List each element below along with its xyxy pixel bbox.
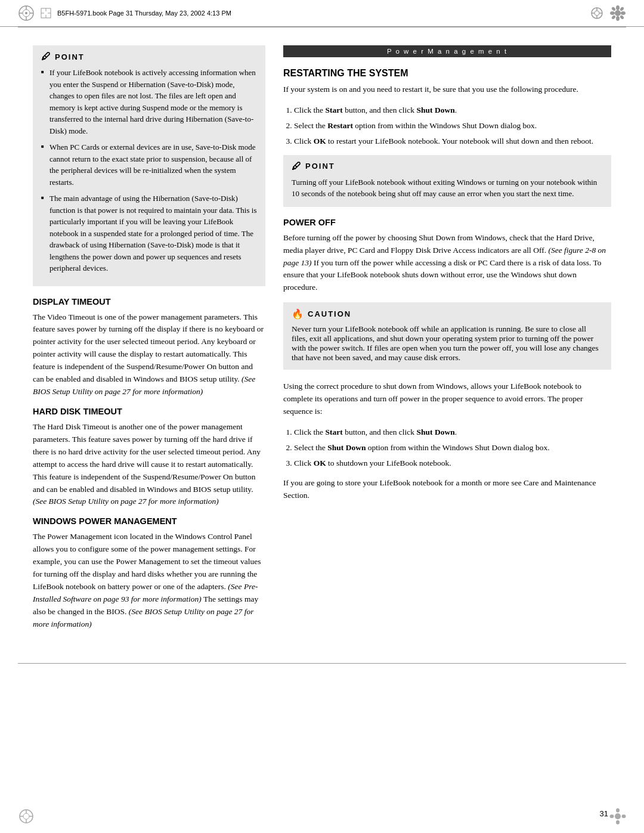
point-body-2: Turning off your LifeBook notebook witho…: [292, 176, 603, 200]
point-list-1: If your LifeBook notebook is actively ac…: [41, 67, 257, 274]
point-header-2: 🖊 POINT: [292, 161, 603, 172]
target-icon-topright: [590, 7, 603, 20]
power-off-steps: Click the Start button, and then click S…: [283, 426, 611, 470]
point-icon-2: 🖊: [292, 161, 302, 172]
windows-power-management-body: The Power Management icon located in the…: [33, 531, 265, 630]
point-title-1: POINT: [55, 52, 85, 61]
bottom-left-icon: [18, 808, 35, 825]
svg-point-26: [620, 15, 624, 20]
svg-point-22: [621, 11, 626, 15]
caution-icon: 🔥: [292, 308, 304, 320]
svg-point-6: [25, 12, 27, 14]
svg-point-18: [615, 10, 621, 16]
poweroff-step-2: Select the Shut Down option from within …: [294, 442, 611, 454]
hard-disk-timeout-body: The Hard Disk Timeout is another one of …: [33, 421, 265, 508]
display-timeout-title: DISPLAY TIMEOUT: [33, 297, 265, 306]
caution-box: 🔥 CAUTION Never turn your LifeBook noteb…: [283, 302, 611, 370]
point-box-2: 🖊 POINT Turning off your LifeBook notebo…: [283, 155, 611, 207]
section-header-bar: P o w e r M a n a g e m e n t: [283, 45, 611, 57]
display-timeout-body: The Video Timeout is one of the power ma…: [33, 311, 265, 398]
svg-point-24: [620, 7, 624, 11]
point-box-1: 🖊 POINT If your LifeBook notebook is act…: [33, 45, 265, 286]
svg-point-35: [616, 820, 620, 825]
bottom-right-corner: [609, 808, 626, 827]
caution-body: Never turn your LifeBook notebook off wh…: [292, 324, 603, 363]
restart-step-2: Select the Restart option from within th…: [294, 120, 611, 132]
svg-point-34: [616, 809, 620, 813]
restarting-intro: If your system is on and you need to res…: [283, 83, 611, 96]
right-column: P o w e r M a n a g e m e n t RESTARTING…: [283, 45, 611, 639]
restart-step-3: Click OK to restart your LifeBook notebo…: [294, 135, 611, 148]
caution-header: 🔥 CAUTION: [292, 308, 603, 320]
poweroff-step-3: Click OK to shutdown your LifeBook noteb…: [294, 457, 611, 470]
svg-point-21: [610, 11, 615, 15]
svg-point-37: [622, 815, 626, 818]
svg-point-25: [611, 15, 616, 20]
top-divider: [18, 27, 626, 27]
bottom-divider: [18, 663, 626, 664]
power-off-continued-intro: Using the correct procedure to shut down…: [283, 380, 611, 418]
restart-step-1: Click the Start button, and then click S…: [294, 104, 611, 117]
left-column: 🖊 POINT If your LifeBook notebook is act…: [33, 45, 265, 639]
caution-title: CAUTION: [308, 309, 351, 318]
page-number: 31: [600, 809, 608, 818]
power-off-footer: If you are going to store your LifeBook …: [283, 477, 611, 502]
bottom-left-corner: [18, 808, 35, 827]
top-header: B5FH-5971.book Page 31 Thursday, May 23,…: [0, 0, 644, 27]
point-item-1-2: When PC Cards or external devices are in…: [41, 141, 257, 188]
power-off-body: Before turning off the power by choosing…: [283, 232, 611, 295]
main-content: 🖊 POINT If your LifeBook notebook is act…: [0, 33, 644, 663]
svg-point-33: [615, 813, 621, 819]
svg-point-28: [23, 813, 29, 819]
svg-point-13: [595, 11, 599, 16]
point-title-2: POINT: [305, 162, 335, 171]
svg-point-23: [611, 7, 616, 11]
header-right: [590, 5, 626, 21]
svg-point-36: [610, 815, 614, 818]
svg-point-19: [616, 5, 620, 10]
restarting-steps: Click the Start button, and then click S…: [283, 104, 611, 148]
power-off-title: POWER OFF: [283, 218, 611, 227]
bottom-right-icon: [609, 808, 626, 825]
point-item-1-1: If your LifeBook notebook is actively ac…: [41, 67, 257, 137]
compass-icon-left: [18, 5, 35, 21]
page: B5FH-5971.book Page 31 Thursday, May 23,…: [0, 0, 644, 833]
hard-disk-timeout-title: HARD DISK TIMEOUT: [33, 407, 265, 416]
header-filename: B5FH-5971.book Page 31 Thursday, May 23,…: [57, 10, 231, 17]
poweroff-step-1: Click the Start button, and then click S…: [294, 426, 611, 439]
floral-icon-topright: [609, 5, 626, 21]
windows-power-management-title: WINDOWS POWER MANAGEMENT: [33, 516, 265, 526]
target-icon-topleft: [41, 8, 51, 18]
restarting-title: RESTARTING THE SYSTEM: [283, 68, 611, 79]
point-icon-1: 🖊: [41, 51, 51, 62]
svg-point-20: [616, 16, 620, 21]
header-left: B5FH-5971.book Page 31 Thursday, May 23,…: [18, 5, 231, 21]
point-header-1: 🖊 POINT: [41, 51, 257, 62]
point-item-1-3: The main advantage of using the Hibernat…: [41, 193, 257, 274]
